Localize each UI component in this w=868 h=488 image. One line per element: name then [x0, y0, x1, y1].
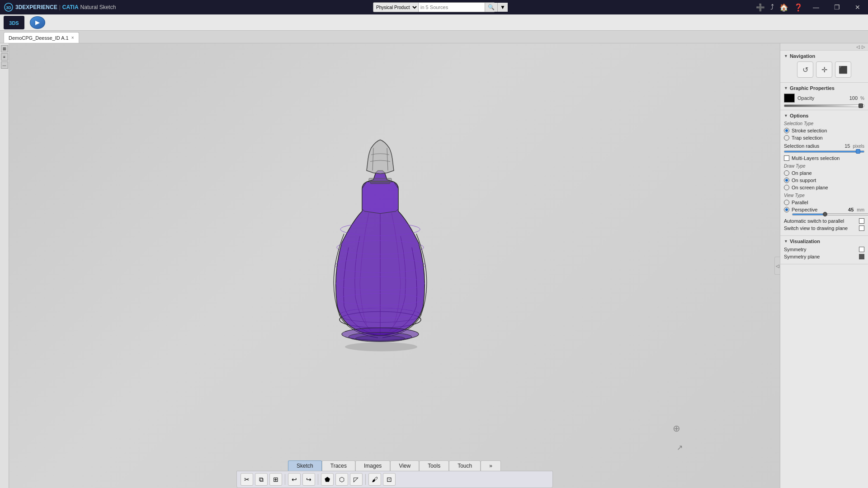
on-plane-radio[interactable] — [784, 170, 789, 176]
draw-type-group: Draw Type On plane On support On screen … — [784, 164, 864, 190]
copy-tool-btn[interactable]: ⧉ — [255, 473, 268, 486]
drag-arrow-icon: ↗ — [677, 443, 683, 452]
play-button[interactable]: ▶ — [30, 16, 45, 29]
main-layout: ⊞ ≡ — — [0, 43, 868, 488]
trap-selection-radio[interactable] — [784, 135, 789, 141]
sidebar-top-btn[interactable]: ⊞ — [1, 45, 8, 52]
gp-collapse-arrow: ▼ — [784, 86, 788, 90]
triangle-tool-btn[interactable]: ◸ — [350, 473, 363, 486]
perspective-radio[interactable] — [784, 207, 789, 212]
selection-radius-label: Selection radius — [784, 143, 836, 149]
graphic-properties-title: Graphic Properties — [790, 85, 835, 91]
visualization-header[interactable]: ▼ Visualization — [784, 239, 864, 244]
multi-layers-row: Multi-Layers selection — [784, 155, 864, 161]
auto-switch-checkbox[interactable] — [859, 218, 864, 224]
viz-collapse-arrow: ▼ — [784, 239, 788, 244]
bottom-tab-images[interactable]: Images — [355, 460, 390, 471]
svg-text:3D: 3D — [6, 5, 11, 10]
svg-point-14 — [355, 335, 405, 342]
bottom-tab-view[interactable]: View — [390, 460, 419, 471]
stroke-selection-radio[interactable] — [784, 128, 789, 133]
opacity-label: Opacity — [797, 95, 847, 101]
redo-tool-btn[interactable]: ↪ — [302, 473, 315, 486]
cursor-icon: ⊕ — [673, 423, 680, 434]
auto-switch-label: Automatic switch to parallel — [784, 218, 857, 224]
stroke-selection-label: Stroke selection — [792, 128, 827, 133]
panel-resize-right[interactable]: ▷ — [861, 44, 866, 49]
navigation-header[interactable]: ▼ Navigation — [784, 53, 864, 59]
color-swatch[interactable] — [784, 94, 795, 103]
on-plane-label: On plane — [792, 170, 812, 176]
window-controls: — ❐ ✕ — [806, 0, 868, 14]
trap-selection-label: Trap selection — [792, 135, 823, 141]
box-tool-btn[interactable]: ⊡ — [383, 473, 396, 486]
nav-collapse-arrow: ▼ — [784, 54, 788, 58]
opacity-slider[interactable] — [784, 104, 864, 107]
file-tab[interactable]: DemoCPG_Deesse_ID A.1 × — [4, 32, 79, 43]
symmetry-plane-checkbox[interactable] — [859, 254, 864, 259]
parallel-radio[interactable] — [784, 200, 789, 205]
app-logo: 3DS — [4, 16, 24, 29]
on-support-row: On support — [784, 178, 864, 183]
bottom-tab-sketch[interactable]: Sketch — [288, 460, 322, 471]
nav-buttons-group: ↺ ✛ ⬛ — [784, 61, 864, 78]
panel-collapse-handle[interactable]: ◁ — [774, 257, 780, 275]
tab-label: DemoCPG_Deesse_ID A.1 — [9, 35, 69, 41]
perspective-slider[interactable] — [792, 213, 868, 216]
undo-tool-btn[interactable]: ↩ — [288, 473, 301, 486]
sidebar-bot-btn[interactable]: — — [1, 61, 8, 69]
view-type-label: View Type — [784, 193, 864, 198]
switch-drawing-checkbox[interactable] — [859, 225, 864, 231]
bottom-tab-bar: SketchTracesImagesViewToolsTouch» — [236, 460, 553, 471]
symmetry-checkbox[interactable] — [859, 247, 864, 252]
symmetry-label: Symmetry — [784, 247, 857, 252]
help-button[interactable]: ❓ — [792, 3, 805, 12]
bottom-tab-traces[interactable]: Traces — [322, 460, 355, 471]
restore-button[interactable]: ❐ — [826, 0, 847, 14]
perspective-slider-thumb[interactable] — [823, 212, 827, 216]
panel-controls: ◁ ▷ — [780, 43, 868, 51]
tab-close-button[interactable]: × — [71, 35, 74, 40]
stroke-selection-row: Stroke selection — [784, 128, 864, 133]
search-scope-select[interactable]: Physical Product — [373, 3, 419, 12]
canvas-area: ⊕ ↗ SketchTracesImagesViewToolsTouch» ✂⧉… — [9, 43, 780, 488]
panel-resize-left[interactable]: ◁ — [855, 44, 861, 49]
add-button[interactable]: ➕ — [754, 3, 767, 12]
home-button[interactable]: 🏠 — [778, 3, 790, 12]
multi-layers-checkbox[interactable] — [784, 155, 789, 161]
options-collapse-arrow: ▼ — [784, 113, 788, 118]
graphic-properties-header[interactable]: ▼ Graphic Properties — [784, 85, 864, 91]
selection-radius-slider[interactable] — [784, 150, 864, 153]
on-screen-plane-radio[interactable] — [784, 185, 789, 190]
auto-switch-row: Automatic switch to parallel — [784, 218, 864, 224]
multi-layers-label: Multi-Layers selection — [792, 155, 864, 161]
shape2-tool-btn[interactable]: ⬡ — [335, 473, 348, 486]
scissors-tool-btn[interactable]: ✂ — [241, 473, 253, 486]
zoom-fit-nav-button[interactable]: ⬛ — [835, 61, 851, 78]
duplicate-tool-btn[interactable]: ⊞ — [269, 473, 282, 486]
share-button[interactable]: ⤴ — [769, 3, 776, 11]
svg-text:3DS: 3DS — [9, 20, 19, 26]
sidebar-mid-btn[interactable]: ≡ — [1, 53, 8, 61]
bottom-tab-more[interactable]: » — [481, 460, 501, 471]
parallel-row: Parallel — [784, 200, 864, 205]
on-support-label: On support — [792, 178, 816, 183]
on-support-radio[interactable] — [784, 178, 789, 183]
bottom-tab-tools[interactable]: Tools — [419, 460, 449, 471]
bottom-tools-bar: ✂⧉⊞↩↪⬟⬡◸🖌⊡ — [236, 471, 553, 488]
perspective-value: 45 — [848, 207, 854, 212]
options-header[interactable]: ▼ Options — [784, 113, 864, 118]
shape-tool-btn[interactable]: ⬟ — [321, 473, 334, 486]
search-options-button[interactable]: ▼ — [497, 3, 508, 12]
symmetry-plane-row: Symmetry plane — [784, 254, 864, 259]
rotate-nav-button[interactable]: ↺ — [797, 61, 813, 78]
selection-radius-thumb[interactable] — [856, 149, 860, 154]
pan-nav-button[interactable]: ✛ — [816, 61, 832, 78]
close-button[interactable]: ✕ — [847, 0, 868, 14]
search-button[interactable]: 🔍 — [485, 3, 497, 12]
search-input[interactable] — [419, 3, 485, 12]
minimize-button[interactable]: — — [806, 0, 826, 14]
brush-tool-btn[interactable]: 🖌 — [368, 473, 381, 486]
bottom-tab-touch[interactable]: Touch — [449, 460, 481, 471]
opacity-slider-thumb[interactable] — [859, 103, 863, 108]
